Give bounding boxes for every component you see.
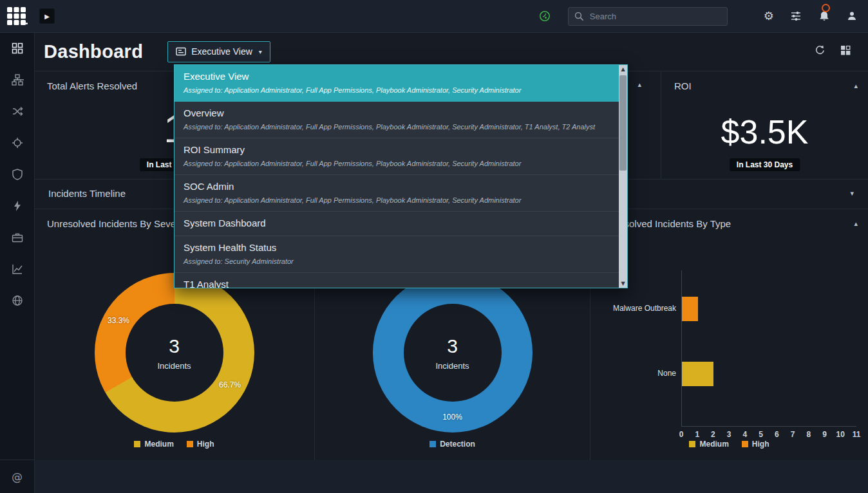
expand-icon[interactable]: ▾: [850, 189, 854, 198]
x-axis-tick-label: 11: [853, 430, 861, 439]
dropdown-item-executive-view[interactable]: Executive View Assigned to: Application …: [175, 65, 627, 102]
dashboard-view-dropdown: Executive View Assigned to: Application …: [174, 64, 628, 288]
scroll-down-icon[interactable]: ▼: [619, 281, 627, 286]
bar-category-label: None: [590, 369, 676, 378]
x-axis-tick-label: 0: [679, 430, 684, 439]
phase-donut-chart[interactable]: 3 Incidents 100%: [373, 273, 533, 433]
dropdown-scrollbar[interactable]: ▲ ▼: [619, 65, 627, 288]
legend-item[interactable]: High: [187, 440, 214, 449]
bar-chart-x-axis: 01234567891011: [681, 430, 856, 440]
sidebar-item-crosshair[interactable]: [0, 127, 34, 158]
chart-icon: [11, 263, 24, 275]
donut-center-value: 3: [169, 335, 180, 357]
legend-item[interactable]: Medium: [689, 440, 728, 449]
search-box[interactable]: [568, 7, 728, 26]
sidebar-item-mentions[interactable]: @: [0, 460, 34, 493]
left-sidebar: @: [0, 32, 35, 493]
app-logo[interactable]: [7, 7, 26, 25]
sidebar-item-briefcase[interactable]: [0, 221, 34, 253]
collapse-icon[interactable]: ▴: [637, 80, 641, 89]
dropdown-item-soc-admin[interactable]: SOC Admin Assigned to: Application Admin…: [175, 175, 627, 212]
app-grid-logo-icon: [7, 7, 26, 25]
health-status-icon[interactable]: [538, 10, 551, 23]
top-navigation-bar: ▶ ⚙: [0, 0, 868, 33]
legend-item[interactable]: Detection: [429, 440, 475, 449]
briefcase-icon: [11, 231, 24, 244]
sidebar-item-chart[interactable]: [0, 253, 34, 284]
bolt-icon: [11, 200, 24, 212]
legend-item[interactable]: High: [742, 440, 769, 449]
chart-legend: Detection: [315, 440, 590, 449]
donut-center-value: 3: [447, 335, 458, 357]
dropdown-item-t1-analyst[interactable]: T1 Analyst: [175, 273, 627, 288]
legend-label: Medium: [144, 440, 173, 449]
at-sign-icon: @: [12, 470, 23, 483]
crosshair-icon: [11, 136, 24, 149]
sidebar-item-shield[interactable]: [0, 158, 34, 190]
x-axis-tick-label: 9: [822, 430, 827, 439]
widget-title: Incidents Timeline: [48, 188, 126, 199]
dropdown-item-label: System Dashboard: [184, 217, 609, 230]
donut-center: 3 Incidents: [404, 304, 502, 402]
donut-percent-label: 33.3%: [108, 316, 129, 325]
sidebar-item-bolt[interactable]: [0, 190, 34, 221]
bar-chart-plot-area: [681, 270, 856, 427]
dropdown-item-assigned: Assigned to: Security Administrator: [184, 257, 609, 266]
user-avatar-icon[interactable]: [846, 10, 858, 22]
dropdown-item-assigned: Assigned to: Application Administrator, …: [184, 196, 609, 205]
dropdown-item-label: Executive View: [184, 70, 609, 83]
search-input[interactable]: [589, 11, 722, 22]
play-button[interactable]: ▶: [39, 8, 55, 24]
dropdown-item-overview[interactable]: Overview Assigned to: Application Admini…: [175, 102, 627, 138]
x-axis-tick-label: 4: [743, 430, 748, 439]
refresh-icon[interactable]: [814, 44, 826, 56]
legend-swatch: [187, 441, 193, 447]
dropdown-item-system-dashboard[interactable]: System Dashboard: [175, 212, 627, 236]
sidebar-item-globe[interactable]: [0, 284, 34, 316]
x-axis-tick-label: 1: [695, 430, 699, 439]
view-selector-button[interactable]: Executive View ▾: [167, 41, 270, 62]
notification-dot: [822, 4, 830, 12]
shuffle-icon: [11, 105, 24, 118]
x-axis-tick-label: 3: [727, 430, 731, 439]
dropdown-item-system-health-status[interactable]: System Health Status Assigned to: Securi…: [175, 236, 627, 273]
legend-label: Medium: [699, 440, 728, 449]
legend-swatch: [742, 441, 748, 447]
severity-donut-chart[interactable]: 3 Incidents 66.7%33.3%: [95, 273, 254, 433]
view-selector-icon: [176, 47, 186, 56]
sliders-icon[interactable]: [789, 10, 802, 23]
scroll-up-icon[interactable]: ▲: [619, 66, 627, 72]
hierarchy-icon: [11, 73, 24, 86]
grid-icon: [11, 42, 24, 55]
collapse-icon[interactable]: ▴: [854, 82, 858, 90]
dropdown-item-label: ROI Summary: [184, 144, 609, 156]
legend-swatch: [689, 441, 695, 447]
legend-swatch: [134, 441, 140, 447]
logo-dot: [26, 23, 28, 24]
widget-title: Unresolved Incidents By Severity: [47, 218, 189, 229]
settings-gear-icon[interactable]: ⚙: [764, 10, 774, 22]
donut-percent-label: 100%: [442, 413, 462, 422]
donut-center: 3 Incidents: [126, 304, 223, 402]
kpi-period-badge: In Last 30 Days: [730, 158, 800, 171]
dropdown-item-roi-summary[interactable]: ROI Summary Assigned to: Application Adm…: [175, 138, 627, 175]
sidebar-item-dashboard[interactable]: [0, 32, 34, 64]
x-axis-tick-label: 5: [759, 430, 763, 439]
dropdown-item-label: T1 Analyst: [184, 278, 609, 288]
scrollbar-thumb[interactable]: [619, 75, 627, 171]
notifications-bell-icon[interactable]: [818, 10, 831, 23]
widget-title: Total Alerts Resolved: [47, 80, 137, 91]
bar[interactable]: [682, 297, 698, 321]
view-selector-label: Executive View: [191, 46, 252, 57]
bar-category-label: Malware Outbreak: [590, 304, 676, 313]
chevron-down-icon: ▾: [259, 48, 262, 55]
customize-widgets-icon[interactable]: [840, 44, 851, 56]
sidebar-item-hierarchy[interactable]: [0, 64, 34, 95]
sidebar-item-shuffle[interactable]: [0, 95, 34, 127]
legend-label: High: [197, 440, 214, 449]
legend-item[interactable]: Medium: [134, 440, 173, 449]
type-bar-chart[interactable]: 01234567891011 Malware OutbreakNone: [590, 270, 856, 447]
bar[interactable]: [682, 362, 713, 386]
collapse-icon[interactable]: ▴: [854, 219, 858, 228]
dropdown-item-assigned: Assigned to: Application Administrator, …: [184, 86, 609, 95]
